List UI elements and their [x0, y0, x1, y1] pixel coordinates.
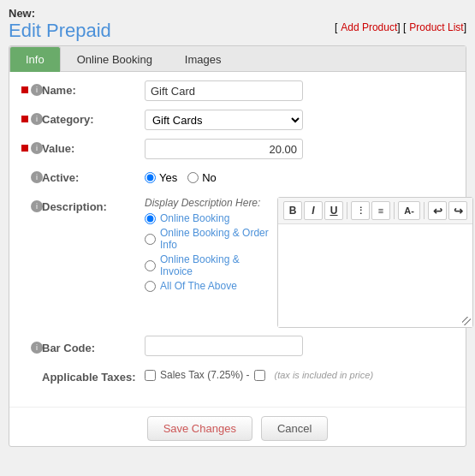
category-control: Gift Cards: [145, 110, 454, 130]
description-radio-list: Online Booking Online Booking & Order In…: [145, 212, 269, 292]
new-label: New:: [9, 7, 466, 20]
taxes-row: Applicable Taxes: Sales Tax (7.25%) - (t…: [21, 364, 454, 386]
active-radio-group: Yes No: [145, 168, 454, 184]
value-control: [145, 139, 454, 159]
toolbar-divider-1: [347, 202, 347, 219]
add-product-link[interactable]: Add Product: [341, 21, 397, 33]
display-desc-label: Display Description Here:: [145, 197, 269, 209]
desc-option-order-info: Online Booking & Order Info: [145, 227, 269, 251]
tab-images[interactable]: Images: [169, 46, 238, 72]
tab-bar: Info Online Booking Images: [9, 46, 466, 72]
main-card: Info Online Booking Images i Name:: [9, 45, 466, 447]
toolbar-underline[interactable]: U: [324, 201, 343, 220]
description-info-icon[interactable]: i: [31, 200, 43, 212]
active-label: Active:: [42, 168, 145, 184]
tax-included-note: (tax is included in price): [275, 370, 374, 380]
barcode-row: i Bar Code:: [21, 335, 454, 357]
editor-content-area[interactable]: [278, 224, 472, 327]
active-yes-label[interactable]: Yes: [145, 171, 177, 184]
desc-radio-all[interactable]: [145, 281, 156, 292]
value-required-indicator: [21, 145, 28, 152]
category-select[interactable]: Gift Cards: [145, 110, 303, 130]
taxes-control: Sales Tax (7.25%) - (tax is included in …: [145, 369, 454, 381]
desc-label-all: All Of The Above: [160, 280, 237, 292]
product-list-link[interactable]: Product List: [409, 21, 463, 33]
description-label: Description:: [42, 197, 145, 213]
desc-radio-invoice[interactable]: [145, 260, 156, 271]
active-yes-radio[interactable]: [145, 172, 156, 183]
active-indicators: i: [21, 171, 42, 183]
tab-info[interactable]: Info: [9, 46, 61, 72]
desc-radio-online-booking[interactable]: [145, 213, 156, 224]
category-row: i Category: Gift Cards: [21, 110, 454, 132]
barcode-control: [145, 336, 454, 356]
desc-label-order-info: Online Booking & Order Info: [160, 227, 269, 251]
tax-item: Sales Tax (7.25%) - (tax is included in …: [145, 369, 373, 381]
toolbar-divider-2: [394, 202, 395, 219]
value-input[interactable]: [145, 139, 303, 159]
barcode-indicators: i: [21, 342, 42, 354]
name-input[interactable]: [145, 80, 303, 101]
category-label: Category:: [42, 110, 145, 126]
tax-included-checkbox[interactable]: [254, 370, 265, 381]
toolbar-redo[interactable]: ↪: [448, 201, 467, 220]
category-indicators: i: [21, 113, 42, 125]
page-header: New: Edit Prepaid [Add Product] [Product…: [9, 7, 466, 42]
save-button[interactable]: Save Changes: [147, 416, 252, 441]
name-info-icon[interactable]: i: [31, 84, 43, 96]
toolbar-font[interactable]: A-: [398, 201, 420, 220]
editor-resize-handle[interactable]: [462, 317, 471, 325]
description-layout: Display Description Here: Online Booking…: [145, 197, 473, 328]
barcode-input[interactable]: [145, 336, 303, 356]
form-footer: Save Changes Cancel: [9, 407, 466, 446]
toolbar-bold[interactable]: B: [283, 201, 302, 220]
active-row: i Active: Yes No: [21, 168, 454, 190]
active-yes-text: Yes: [159, 171, 177, 184]
form-body: i Name: i Category: Gift Cards: [9, 72, 466, 402]
description-indicators: i: [21, 200, 42, 212]
desc-option-online-booking: Online Booking: [145, 212, 269, 224]
toolbar-undo[interactable]: ↩: [428, 201, 447, 220]
value-indicators: i: [21, 142, 42, 154]
value-row: i Value:: [21, 139, 454, 161]
active-no-text: No: [202, 171, 217, 184]
value-info-icon[interactable]: i: [31, 142, 43, 154]
name-indicators: i: [21, 84, 42, 96]
toolbar-list-number[interactable]: ≡: [371, 201, 390, 220]
barcode-label: Bar Code:: [42, 338, 145, 354]
editor-toolbar: B I U ⋮ ≡ A- ↩ ↪: [278, 198, 472, 224]
active-info-icon[interactable]: i: [31, 171, 43, 183]
description-row: i Description: Display Description Here:…: [21, 197, 454, 328]
name-required-indicator: [21, 86, 28, 93]
name-control: [145, 80, 454, 101]
desc-label-online-booking: Online Booking: [160, 212, 229, 224]
tab-online-booking[interactable]: Online Booking: [61, 46, 169, 72]
desc-radio-order-info[interactable]: [145, 234, 156, 245]
description-options: Display Description Here: Online Booking…: [145, 197, 269, 328]
page-wrapper: New: Edit Prepaid [Add Product] [Product…: [0, 0, 475, 454]
toolbar-list-bullet[interactable]: ⋮: [351, 201, 370, 220]
category-required-indicator: [21, 116, 28, 122]
active-no-radio[interactable]: [187, 172, 199, 183]
sales-tax-label: Sales Tax (7.25%) -: [160, 369, 250, 381]
top-links: [Add Product] [Product List]: [335, 21, 466, 33]
rich-editor: B I U ⋮ ≡ A- ↩ ↪: [277, 197, 473, 328]
active-no-label[interactable]: No: [187, 171, 217, 184]
desc-option-invoice: Online Booking & Invoice: [145, 253, 269, 277]
name-label: Name:: [42, 80, 145, 97]
name-row: i Name:: [21, 80, 454, 103]
desc-option-all: All Of The Above: [145, 280, 269, 292]
toolbar-italic[interactable]: I: [304, 201, 323, 220]
cancel-button[interactable]: Cancel: [261, 416, 328, 441]
desc-label-invoice: Online Booking & Invoice: [160, 253, 269, 277]
active-control: Yes No: [145, 168, 454, 184]
toolbar-divider-3: [424, 202, 425, 219]
category-info-icon[interactable]: i: [31, 113, 43, 125]
value-label: Value:: [42, 139, 145, 155]
taxes-label: Applicable Taxes:: [42, 367, 145, 384]
barcode-info-icon[interactable]: i: [31, 342, 43, 354]
sales-tax-checkbox[interactable]: [145, 370, 156, 381]
